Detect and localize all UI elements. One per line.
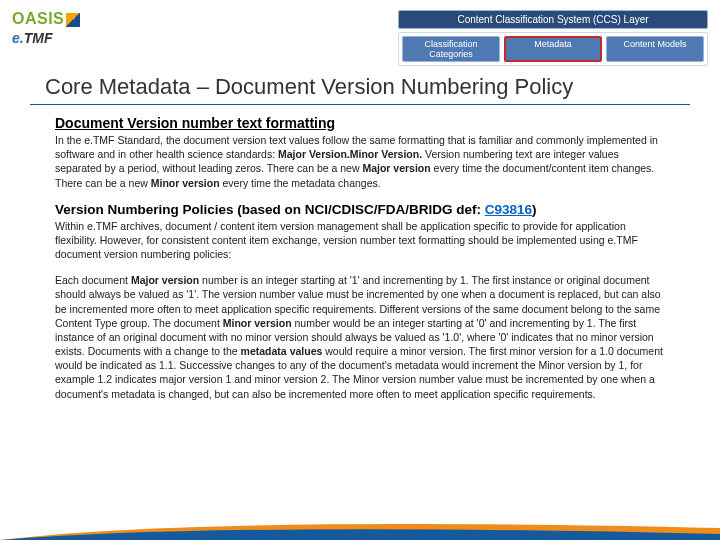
- footer-decoration: [0, 514, 720, 540]
- etmf-logo: e.TMF: [12, 30, 80, 46]
- s3-a: Each document: [55, 274, 131, 286]
- ccs-box-categories: Classification Categories: [402, 36, 500, 62]
- s1-g: every time the metadata changes.: [220, 177, 381, 189]
- etmf-tmf: TMF: [24, 30, 53, 46]
- ccs-diagram: Content Classification System (CCS) Laye…: [398, 10, 708, 66]
- ccs-row: Classification Categories Metadata Conte…: [398, 32, 708, 66]
- section3-body: Each document Major version number is an…: [55, 273, 665, 401]
- page-title: Core Metadata – Document Version Numberi…: [0, 66, 720, 104]
- oasis-logo: OASIS: [12, 10, 80, 28]
- s2-hb: ): [532, 202, 537, 217]
- title-rule: [30, 104, 690, 105]
- s1-f: Minor version: [151, 177, 220, 189]
- section1-heading: Document Version number text formatting: [55, 115, 665, 131]
- s3-d: Minor version: [223, 317, 292, 329]
- ccs-box-metadata: Metadata: [504, 36, 602, 62]
- section1-body: In the e.TMF Standard, the document vers…: [55, 133, 665, 190]
- s1-d: Major version: [362, 162, 430, 174]
- content-area: Document Version number text formatting …: [0, 115, 720, 401]
- etmf-e: e.: [12, 30, 24, 46]
- oasis-icon: [66, 13, 80, 27]
- s3-b: Major version: [131, 274, 199, 286]
- s1-b: Major Version.Minor Version.: [278, 148, 422, 160]
- section2-heading: Version Numbering Policies (based on NCI…: [55, 202, 665, 217]
- section2-body: Within e.TMF archives, document / conten…: [55, 219, 665, 262]
- s2-ha: Version Numbering Policies (based on NCI…: [55, 202, 485, 217]
- oasis-text: OASIS: [12, 10, 64, 27]
- ccs-box-models: Content Models: [606, 36, 704, 62]
- ccs-layer-label: Content Classification System (CCS) Laye…: [398, 10, 708, 29]
- s3-f: metadata values: [241, 345, 323, 357]
- def-link[interactable]: C93816: [485, 202, 532, 217]
- logo-block: OASIS e.TMF: [12, 10, 80, 46]
